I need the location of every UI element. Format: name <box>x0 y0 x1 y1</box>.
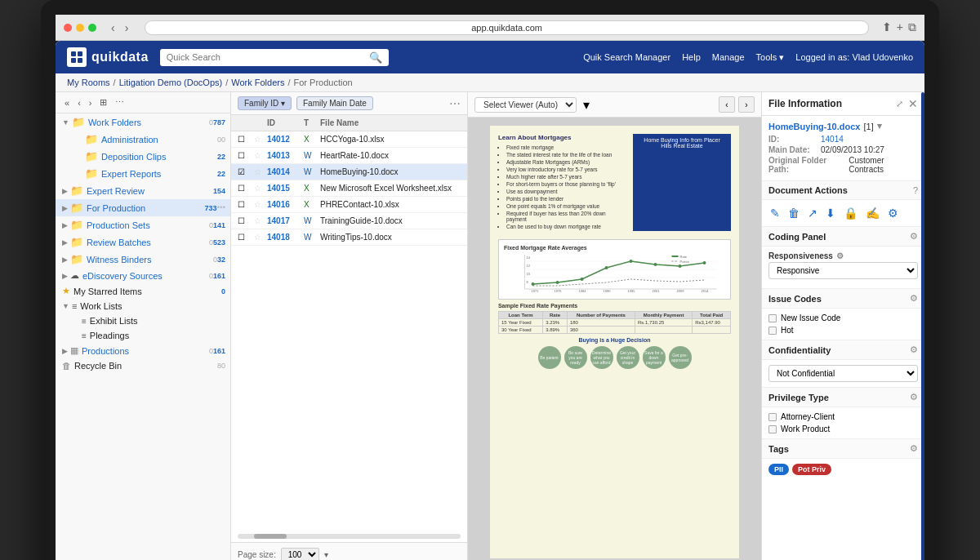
expand-arrow-expert-review[interactable]: ▶ <box>62 187 68 195</box>
minimize-btn[interactable] <box>76 24 84 32</box>
right-scrollbar[interactable] <box>921 92 924 560</box>
file-star-14015[interactable]: ☆ <box>254 184 267 193</box>
table-row[interactable]: ☐ ☆ 14018 W WritingTips-10.docx <box>231 229 467 246</box>
browser-share-icon[interactable]: ⬆ <box>882 20 892 34</box>
export-action-btn[interactable]: ⬇ <box>824 205 837 221</box>
sidebar-nav-btn[interactable]: ‹ <box>75 97 83 109</box>
expand-arrow-for-production[interactable]: ▶ <box>62 204 68 212</box>
file-checkbox-14017[interactable]: ☐ <box>238 216 254 225</box>
sidebar-collapse-btn[interactable]: « <box>62 97 72 109</box>
issue-checkbox-hot[interactable] <box>768 327 777 335</box>
sidebar-item-worklists[interactable]: ▼ ≡ Work Lists <box>56 299 230 313</box>
sidebar-item-witness-binders[interactable]: ▶ 📁 Witness Binders 0 32 <box>56 251 230 268</box>
priv-checkbox-attorney-client[interactable] <box>768 413 777 421</box>
edit-action-btn[interactable]: ✎ <box>768 205 782 221</box>
horizontal-scrollbar[interactable] <box>238 534 461 539</box>
file-star-14018[interactable]: ☆ <box>254 233 267 242</box>
expand-arrow-ediscovery[interactable]: ▶ <box>62 272 68 280</box>
file-star-14016[interactable]: ☆ <box>254 200 267 209</box>
delete-action-btn[interactable]: 🗑 <box>786 205 801 221</box>
file-checkbox-14018[interactable]: ☐ <box>238 233 254 242</box>
expand-arrow-work-folders[interactable]: ▼ <box>62 118 69 127</box>
file-checkbox-14015[interactable]: ☐ <box>238 184 254 193</box>
table-row[interactable]: ☐ ☆ 14013 W HeartRate-10.docx <box>231 148 467 164</box>
doc-actions-help-icon[interactable]: ? <box>913 185 918 195</box>
sidebar-item-productions[interactable]: ▶ ▦ Productions 0 161 <box>56 343 230 358</box>
family-id-button[interactable]: Family ID ▾ <box>238 96 292 110</box>
file-checkbox-14013[interactable]: ☐ <box>238 151 254 160</box>
scroll-thumb[interactable] <box>254 534 287 539</box>
file-star-14012[interactable]: ☆ <box>254 135 267 144</box>
file-checkbox-14012[interactable]: ☐ <box>238 135 254 144</box>
table-row[interactable]: ☐ ☆ 14015 X New Microsoft Excel Workshee… <box>231 180 467 197</box>
priv-item-work-product[interactable]: Work Product <box>768 423 918 435</box>
responsiveness-select[interactable]: Responsive Non-Responsive Unknown <box>768 262 918 279</box>
expand-arrow-witness-binders[interactable]: ▶ <box>62 256 68 264</box>
table-row[interactable]: ☑ ☆ 14014 W HomeBuying-10.docx <box>231 164 467 180</box>
more-actions-btn[interactable]: ⚙ <box>886 205 900 221</box>
priv-checkbox-work-product[interactable] <box>768 425 777 433</box>
breadcrumb-work-folders[interactable]: Work Folders <box>231 78 284 87</box>
coding-gear-icon[interactable]: ⚙ <box>910 231 918 242</box>
sidebar-item-administration[interactable]: 📁 Administration 0 0 <box>56 131 230 148</box>
browser-address-bar[interactable]: app.quikdata.com <box>145 20 868 35</box>
tags-gear-icon[interactable]: ⚙ <box>910 443 918 454</box>
issue-checkbox-new-issue-code[interactable] <box>768 314 777 322</box>
toolbar-more-options[interactable]: ⋯ <box>449 97 461 110</box>
table-row[interactable]: ☐ ☆ 14012 X HCCYoga-10.xlsx <box>231 131 467 148</box>
viewer-next-btn[interactable]: › <box>738 96 755 113</box>
sidebar-item-deposition-clips[interactable]: 📁 Deposition Clips 2 2 <box>56 148 230 165</box>
manage-link[interactable]: Manage <box>712 52 745 62</box>
sidebar-nav-btn2[interactable]: › <box>87 97 95 109</box>
browser-windows-icon[interactable]: ⧉ <box>908 20 916 34</box>
viewer-prev-btn[interactable]: ‹ <box>719 96 735 113</box>
file-version-arrow[interactable]: ▾ <box>877 121 882 131</box>
sidebar-item-work-folders[interactable]: ▼ 📁 Work Folders 0 787 <box>56 113 230 131</box>
priv-item-attorney-client[interactable]: Attorney-Client <box>768 411 918 423</box>
sidebar-item-review-batches[interactable]: ▶ 📁 Review Batches 0 523 <box>56 233 230 251</box>
confidentiality-gear-icon[interactable]: ⚙ <box>910 344 918 355</box>
expand-arrow-review-batches[interactable]: ▶ <box>62 238 68 247</box>
expand-arrow-productions[interactable]: ▶ <box>62 347 68 355</box>
lock-action-btn[interactable]: 🔒 <box>842 205 859 221</box>
sidebar-item-pleadings[interactable]: ≡ Pleadings <box>56 328 230 343</box>
responsiveness-gear-icon[interactable]: ⚙ <box>836 251 844 260</box>
header-search[interactable]: 🔍 <box>160 49 389 66</box>
file-star-14014[interactable]: ☆ <box>254 167 267 176</box>
help-link[interactable]: Help <box>682 52 701 62</box>
expand-arrow-worklists[interactable]: ▼ <box>62 302 69 310</box>
expand-icon[interactable]: ⤢ <box>896 99 903 109</box>
sidebar-item-expert-review[interactable]: ▶ 📁 Expert Review 1 54 <box>56 182 230 199</box>
sidebar-item-production-sets[interactable]: ▶ 📁 Production Sets 0 141 <box>56 216 230 233</box>
file-star-14013[interactable]: ☆ <box>254 151 267 160</box>
sidebar-expand-btn[interactable]: ⊞ <box>97 96 109 109</box>
viewer-select[interactable]: Select Viewer (Auto) <box>474 97 577 113</box>
privilege-gear-icon[interactable]: ⚙ <box>910 392 918 402</box>
page-size-select[interactable]: 25 50 100 250 <box>281 548 319 560</box>
close-icon[interactable]: ✕ <box>908 97 918 110</box>
nav-forward[interactable]: › <box>122 20 132 36</box>
nav-back[interactable]: ‹ <box>108 20 118 36</box>
family-main-date-button[interactable]: Family Main Date <box>296 96 373 110</box>
file-star-14017[interactable]: ☆ <box>254 216 267 225</box>
sidebar-item-for-production[interactable]: ▶ 📁 For Production 7 33 *** <box>56 199 230 216</box>
sidebar-item-ediscovery[interactable]: ▶ ☁ eDiscovery Sources 0 161 <box>56 268 230 283</box>
maximize-btn[interactable] <box>88 24 96 32</box>
sidebar-item-exhibit-lists[interactable]: ≡ Exhibit Lists <box>56 313 230 328</box>
issue-item-hot[interactable]: Hot <box>768 324 918 336</box>
issue-item-new-issue-code[interactable]: New Issue Code <box>768 312 918 324</box>
breadcrumb-my-rooms[interactable]: My Rooms <box>67 78 110 87</box>
search-input[interactable] <box>167 52 364 62</box>
table-row[interactable]: ☐ ☆ 14016 X PHREContact-10.xlsx <box>231 197 467 213</box>
share-action-btn[interactable]: ↗ <box>806 205 819 221</box>
browser-new-tab-icon[interactable]: + <box>897 20 903 34</box>
close-btn[interactable] <box>64 24 72 32</box>
file-checkbox-14014[interactable]: ☑ <box>238 167 254 176</box>
breadcrumb-litigation-demo[interactable]: Litigation Demo (DocOps) <box>119 78 223 87</box>
file-checkbox-14016[interactable]: ☐ <box>238 200 254 209</box>
confidentiality-select[interactable]: Not Confidential Confidential Highly Con… <box>768 365 918 382</box>
table-row[interactable]: ☐ ☆ 14017 W TrainingGuide-10.docx <box>231 213 467 229</box>
expand-arrow-production-sets[interactable]: ▶ <box>62 221 68 229</box>
issue-codes-gear-icon[interactable]: ⚙ <box>910 293 918 304</box>
sidebar-item-recycle-bin[interactable]: 🗑 Recycle Bin 80 <box>56 358 230 373</box>
